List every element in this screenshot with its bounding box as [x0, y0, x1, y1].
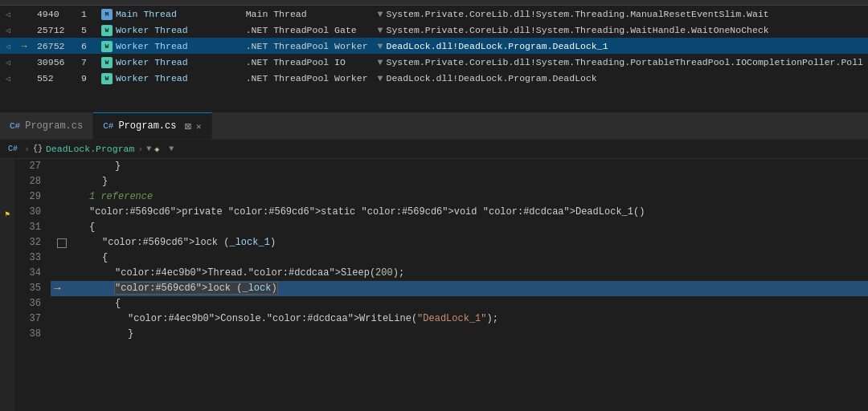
thread-id: 30956	[32, 54, 76, 70]
thread-row-4[interactable]: ◁ 552 9 W Worker Thread .NET ThreadPool …	[0, 70, 868, 86]
tab-label-2: Program.cs	[118, 120, 176, 132]
line-num-8: 34	[21, 266, 41, 281]
current-line-arrow-icon: →	[54, 281, 60, 296]
location-arrow-icon: ▼	[378, 9, 383, 19]
code-text-3: 1 reference	[89, 189, 153, 205]
file-icon-1: C#	[10, 121, 20, 131]
thread-arrow-col	[16, 54, 32, 70]
thread-id: 4940	[32, 6, 76, 22]
thread-type-col: W Worker Thread	[96, 54, 241, 70]
breadcrumb-namespace[interactable]: {} DeadLock.Program	[33, 144, 134, 154]
tab-program-cs-2[interactable]: C# Program.cs ⊠ ✕	[93, 112, 211, 139]
thread-id: 26752	[32, 38, 76, 54]
thread-type-label: Worker Thread	[116, 57, 188, 67]
code-line-4: "color:#569cd6">private "color:#569cd6">…	[51, 205, 868, 220]
line-num-7: 33	[21, 250, 41, 266]
code-text-12: }	[128, 327, 133, 342]
tab-pin-icon: ⊠	[184, 120, 190, 133]
thread-type-col: W Worker Thread	[96, 38, 241, 54]
thread-name: .NET ThreadPool Gate	[241, 22, 373, 38]
thread-left-icon: ◁	[6, 26, 10, 35]
thread-type-label: Worker Thread	[116, 25, 188, 35]
breadcrumb-dropdown-1[interactable]: ▼	[146, 144, 151, 153]
code-text-11: "color:#4ec9b0">Console."color:#dcdcaa">…	[128, 311, 498, 327]
thread-arrow-col	[16, 70, 32, 86]
thread-type-col: W Worker Thread	[96, 22, 241, 38]
thread-row-1[interactable]: ◁ 25712 5 W Worker Thread .NET ThreadPoo…	[0, 22, 868, 38]
thread-left-icon: ◁	[6, 43, 10, 51]
breadcrumb-dropdown-2[interactable]: ▼	[169, 144, 174, 153]
thread-type-icon: M	[101, 9, 113, 20]
code-line-6: "color:#569cd6">lock (_lock_1)	[51, 235, 868, 250]
code-line-7: {	[51, 250, 868, 266]
thread-num: 7	[76, 54, 96, 70]
thread-type-icon: W	[101, 73, 113, 84]
code-line-8: "color:#4ec9b0">Thread."color:#dcdcaa">S…	[51, 266, 868, 281]
file-icon-2: C#	[103, 121, 113, 131]
thread-num: 9	[76, 70, 96, 86]
editor-tabs: C# Program.cs C# Program.cs ⊠ ✕	[0, 112, 868, 140]
line-num-12: 38	[21, 327, 41, 342]
gutter-6	[54, 238, 76, 248]
line-num-6: 32	[21, 235, 41, 250]
sidebar-debug-icon: ⚑	[2, 209, 13, 220]
code-line-0: }	[51, 159, 868, 174]
line-num-2: 29	[21, 189, 41, 205]
tab-program-cs-1[interactable]: C# Program.cs	[0, 112, 93, 139]
line-num-1: 28	[21, 174, 41, 189]
thread-num: 1	[76, 6, 96, 22]
code-text-0: }	[115, 159, 121, 174]
code-text-5: {	[89, 220, 95, 235]
thread-num: 5	[76, 22, 96, 38]
thread-left-icon: ◁	[6, 10, 10, 19]
code-line-3: 1 reference	[51, 189, 868, 205]
thread-type-icon: W	[101, 41, 113, 52]
threads-panel: ◁ 4940 1 M Main Thread Main Thread ▼Syst…	[0, 0, 868, 112]
thread-name: .NET ThreadPool IO	[241, 54, 373, 70]
threads-header	[0, 0, 868, 6]
tab-close-button[interactable]: ✕	[196, 121, 202, 132]
line-num-11: 37	[21, 311, 41, 327]
thread-type-label: Main Thread	[116, 9, 177, 19]
location-arrow-icon: ▼	[378, 57, 383, 67]
thread-num: 6	[76, 38, 96, 54]
code-line-1: }	[51, 174, 868, 189]
current-arrow-icon: →	[22, 41, 27, 51]
code-line-10: {	[51, 296, 868, 311]
thread-type-col: W Worker Thread	[96, 70, 241, 86]
thread-type-label: Worker Thread	[116, 41, 188, 51]
breadcrumb-class[interactable]: C#	[8, 144, 21, 153]
breadcrumb-sep-2: ›	[137, 144, 143, 154]
breadcrumb-namespace-name: DeadLock.Program	[46, 144, 134, 154]
thread-left-icon: ◁	[6, 59, 10, 67]
thread-icon-col: ◁	[0, 38, 16, 54]
editor-body: ⚑ 272829303132333435363738 }}1 reference…	[0, 159, 868, 411]
thread-location: ▼DeadLock.dll!DeadLock.Program.DeadLock_…	[373, 38, 868, 54]
location-arrow-icon: ▼	[378, 73, 383, 83]
thread-type-icon: W	[101, 25, 113, 36]
method-icon: ◈	[154, 144, 159, 154]
thread-location: ▼System.Private.CoreLib.dll!System.Threa…	[373, 22, 868, 38]
thread-arrow-col: →	[16, 38, 32, 54]
code-line-11: "color:#4ec9b0">Console."color:#dcdcaa">…	[51, 311, 868, 327]
location-arrow-icon: ▼	[378, 41, 383, 51]
tab-label-1: Program.cs	[25, 120, 83, 132]
thread-row-0[interactable]: ◁ 4940 1 M Main Thread Main Thread ▼Syst…	[0, 6, 868, 22]
code-content[interactable]: }}1 reference"color:#569cd6">private "co…	[51, 159, 868, 411]
thread-row-3[interactable]: ◁ 30956 7 W Worker Thread .NET ThreadPoo…	[0, 54, 868, 70]
breakpoint-square-icon	[57, 238, 67, 248]
thread-id: 552	[32, 70, 76, 86]
thread-location: ▼System.Private.CoreLib.dll!System.Threa…	[373, 54, 868, 70]
thread-location: ▼System.Private.CoreLib.dll!System.Threa…	[373, 6, 868, 22]
code-text-4: "color:#569cd6">private "color:#569cd6">…	[89, 205, 645, 220]
thread-type-col: M Main Thread	[96, 6, 241, 22]
left-sidebar: ⚑	[0, 159, 14, 411]
thread-icon-col: ◁	[0, 70, 16, 86]
threads-table: ◁ 4940 1 M Main Thread Main Thread ▼Syst…	[0, 6, 868, 86]
code-text-10: {	[115, 296, 121, 311]
line-num-5: 31	[21, 220, 41, 235]
thread-type-label: Worker Thread	[116, 73, 188, 83]
line-num-0: 27	[21, 159, 41, 174]
breadcrumb-method[interactable]: ◈	[154, 144, 164, 154]
thread-row-2[interactable]: ◁ → 26752 6 W Worker Thread .NET ThreadP…	[0, 38, 868, 54]
